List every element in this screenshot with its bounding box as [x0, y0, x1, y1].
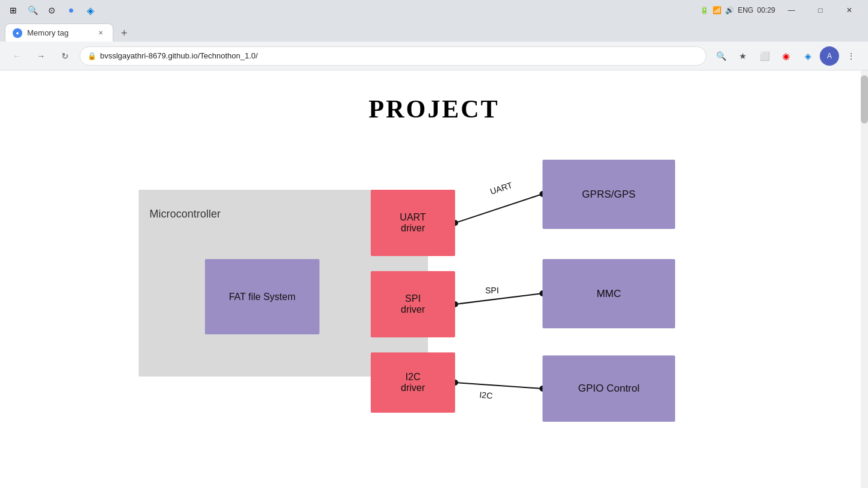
window-controls[interactable]: — □ ✕	[778, 0, 863, 20]
chrome-icon[interactable]: ●	[63, 2, 80, 19]
minimize-button[interactable]: —	[778, 0, 805, 20]
battery-icon: 🔋	[700, 6, 709, 14]
refresh-button[interactable]: ↻	[55, 46, 75, 66]
architecture-diagram: UART SPI I2C Microcontroller FAT file Sy…	[139, 154, 729, 407]
clock: 00:29	[757, 6, 775, 14]
tab-close-button[interactable]: ✕	[96, 28, 105, 38]
url-bar[interactable]: 🔒 bvsslgayathri-8679.github.io/Technotho…	[80, 46, 706, 66]
task-view-icon[interactable]: ⊙	[43, 2, 60, 19]
volume-icon: 🔊	[725, 6, 734, 14]
mmc-block: MMC	[542, 259, 675, 328]
page-title: PROJECT	[368, 95, 499, 124]
i2c-driver-block: I2Cdriver	[371, 352, 455, 413]
back-button[interactable]: ←	[7, 46, 27, 66]
forward-button[interactable]: →	[31, 46, 51, 66]
profile-icon[interactable]: A	[820, 46, 839, 66]
url-text: bvsslgayathri-8679.github.io/Technothon_…	[100, 51, 258, 60]
page-content: PROJECT UART SPI I2C	[0, 70, 868, 488]
maximize-button[interactable]: □	[807, 0, 834, 20]
tab-bar: ● Memory tag ✕ +	[0, 20, 868, 42]
lock-icon: 🔒	[87, 52, 96, 60]
spi-driver-block: SPIdriver	[371, 271, 455, 337]
scrollbar-thumb[interactable]	[861, 75, 868, 124]
svg-line-0	[455, 194, 542, 223]
microcontroller-label: Microcontroller	[149, 208, 221, 221]
uart-driver-block: UARTdriver	[371, 190, 455, 256]
tab-favicon: ●	[13, 28, 22, 38]
new-tab-button[interactable]: +	[116, 25, 133, 42]
wifi-icon: 📶	[712, 6, 722, 14]
edge-icon[interactable]: ◈	[82, 2, 99, 19]
gprs-gps-block: GPRS/GPS	[542, 160, 675, 229]
address-bar: ← → ↻ 🔒 bvsslgayathri-8679.github.io/Tec…	[0, 42, 868, 70]
system-tray: 🔋 📶 🔊 ENG 00:29	[700, 6, 775, 14]
gpio-control-block: GPIO Control	[542, 355, 675, 422]
scrollbar-track[interactable]	[861, 70, 868, 488]
extension-icon-2[interactable]: ◉	[776, 46, 796, 66]
title-bar: ⊞ 🔍 ⊙ ● ◈ 🔋 📶 🔊 ENG 00:29 — □ ✕	[0, 0, 868, 20]
extension-icon-3[interactable]: ◈	[798, 46, 817, 66]
svg-text:SPI: SPI	[485, 286, 499, 295]
taskbar-left: ⊞ 🔍 ⊙ ● ◈	[5, 2, 697, 19]
svg-text:UART: UART	[489, 180, 514, 196]
extension-icon-1[interactable]: ⬜	[755, 46, 774, 66]
fat-filesystem-block: FAT file System	[205, 259, 319, 334]
close-button[interactable]: ✕	[835, 0, 863, 20]
tab-title: Memory tag	[27, 28, 69, 37]
search-icon[interactable]: 🔍	[24, 2, 41, 19]
start-icon[interactable]: ⊞	[5, 2, 22, 19]
bookmark-icon[interactable]: ★	[733, 46, 752, 66]
search-toolbar-icon[interactable]: 🔍	[711, 46, 731, 66]
lang-indicator: ENG	[738, 6, 753, 14]
active-tab[interactable]: ● Memory tag ✕	[5, 23, 113, 42]
menu-icon[interactable]: ⋮	[841, 46, 861, 66]
svg-text:I2C: I2C	[479, 390, 493, 401]
svg-line-8	[455, 383, 542, 389]
browser-toolbar: 🔍 ★ ⬜ ◉ ◈ A ⋮	[711, 46, 861, 66]
